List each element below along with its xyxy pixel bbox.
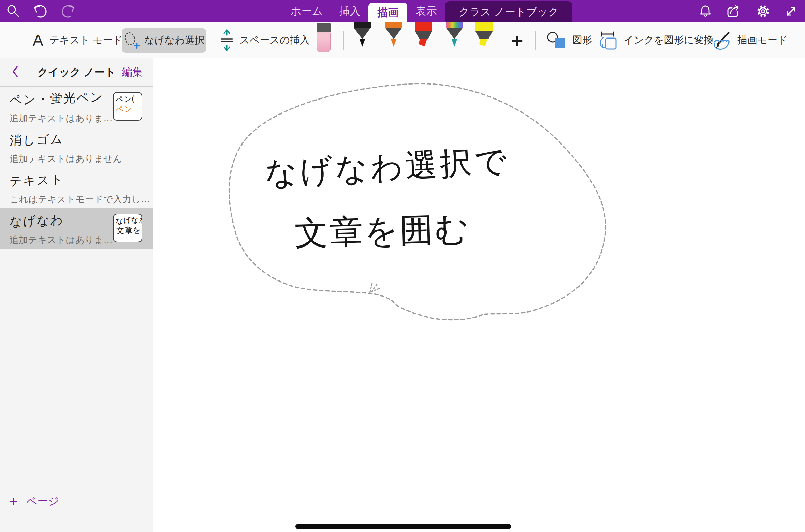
toolbar-divider — [535, 31, 536, 50]
settings-button[interactable] — [755, 3, 771, 19]
lasso-select-button[interactable]: なげなわ選択 — [122, 28, 206, 53]
gear-icon — [755, 3, 771, 19]
search-button[interactable] — [5, 4, 20, 19]
lasso-end-squiggle — [370, 283, 379, 293]
page-item-eraser[interactable]: 消しゴム 追加テキストはありません — [0, 127, 153, 168]
lasso-select-label: なげなわ選択 — [144, 34, 205, 47]
fullscreen-button[interactable] — [784, 4, 798, 18]
tab-class-notebook[interactable]: クラス ノートブック — [445, 1, 572, 22]
ink-to-shape-label: インクを図形に変換 — [624, 33, 714, 47]
page-list: ペン・蛍光ペン 追加テキストはありま… ペン( ペン 消しゴム 追加テキストはあ… — [0, 87, 153, 249]
shapes-button[interactable]: 図形 — [546, 22, 592, 58]
insert-space-label: スペースの挿入 — [239, 33, 310, 47]
draw-mode-label: 描画モード — [737, 33, 787, 47]
yellow-highlighter-tool[interactable] — [475, 22, 493, 46]
topbar-left-icons — [5, 0, 78, 22]
page-title-ink: テキスト — [9, 171, 64, 190]
lasso-icon — [123, 31, 140, 50]
page-thumbnail: ペン( ペン — [113, 92, 142, 121]
tab-home[interactable]: ホーム — [282, 0, 331, 22]
ink-to-shape-button[interactable]: インクを図形に変換 — [598, 22, 714, 58]
redo-icon — [59, 3, 78, 19]
onenote-app-window: ホーム 挿入 描画 表示 クラス ノートブック — [0, 0, 805, 532]
shapes-icon — [546, 30, 566, 50]
page-thumbnail: なげなわ 文章を — [113, 214, 142, 242]
tab-insert[interactable]: 挿入 — [331, 0, 368, 22]
draw-mode-hand-pen-icon — [712, 30, 731, 50]
tab-view[interactable]: 表示 — [407, 0, 445, 22]
black-pen-tool[interactable] — [354, 22, 371, 46]
add-page-label: ページ — [26, 494, 59, 508]
toolbar-divider — [306, 31, 306, 50]
ribbon-tabs: ホーム 挿入 描画 表示 クラス ノートブック — [282, 0, 572, 22]
home-indicator[interactable] — [295, 524, 511, 529]
top-app-bar: ホーム 挿入 描画 表示 クラス ノートブック — [0, 0, 805, 22]
draw-mode-button[interactable]: 描画モード — [712, 22, 787, 58]
page-subtitle: これはテキストモードで入力し… — [10, 193, 153, 206]
insert-space-button[interactable]: スペースの挿入 — [220, 22, 310, 58]
redo-button[interactable] — [59, 3, 78, 19]
sidebar-header: クイック ノート 編集 — [0, 58, 153, 87]
insert-space-icon — [220, 29, 233, 51]
eraser-cap — [317, 23, 331, 32]
text-mode-icon: A — [33, 31, 43, 49]
rainbow-pen-tool[interactable] — [446, 22, 463, 46]
bell-icon — [698, 4, 713, 19]
lasso-selection-outline — [229, 83, 606, 320]
share-button[interactable] — [726, 4, 742, 19]
text-mode-button[interactable]: A テキスト モード — [33, 22, 123, 58]
share-icon — [726, 4, 742, 19]
eraser-tool[interactable] — [317, 22, 331, 52]
eraser-body — [317, 32, 331, 52]
plus-icon: + — [9, 493, 18, 509]
add-page-button[interactable]: + ページ — [9, 493, 59, 509]
page-list-sidebar: クイック ノート 編集 ペン・蛍光ペン 追加テキストはありま… ペン( ペン 消… — [0, 58, 153, 532]
handwritten-ink-line2: 文章を囲む — [294, 210, 470, 252]
text-mode-label: テキスト モード — [49, 33, 123, 47]
topbar-right-icons — [698, 0, 798, 22]
draw-ribbon: A テキスト モード なげなわ選択 スペースの挿入 — [0, 22, 805, 58]
shapes-label: 図形 — [572, 33, 592, 47]
ink-to-shape-icon — [598, 29, 617, 51]
page-title-ink: なげなわ — [9, 212, 64, 230]
orange-pen-tool[interactable] — [385, 22, 402, 46]
toolbar-divider — [343, 31, 344, 50]
edit-button[interactable]: 編集 — [122, 58, 143, 87]
search-icon — [5, 4, 20, 19]
sidebar-footer: + ページ — [0, 486, 153, 532]
page-item-text[interactable]: テキスト これはテキストモードで入力し… — [0, 168, 153, 208]
expand-icon — [784, 4, 798, 18]
page-title-ink: ペン・蛍光ペン — [9, 89, 104, 109]
notifications-button[interactable] — [698, 4, 713, 19]
page-item-pen-highlighter[interactable]: ペン・蛍光ペン 追加テキストはありま… ペン( ペン — [0, 87, 153, 127]
ink-layer: なげなわ選択で 文章を囲む — [153, 58, 805, 532]
page-subtitle: 追加テキストはありません — [10, 153, 153, 165]
page-title-ink: 消しゴム — [9, 131, 64, 149]
handwritten-ink-line1: なげなわ選択で — [264, 143, 510, 191]
tab-draw[interactable]: 描画 — [368, 3, 407, 22]
drawing-canvas[interactable]: なげなわ選択で 文章を囲む — [153, 58, 805, 532]
undo-icon — [31, 3, 49, 19]
red-highlighter-tool[interactable] — [415, 22, 432, 46]
page-item-lasso[interactable]: なげなわ 追加テキストはありま… なげなわ 文章を — [0, 208, 153, 249]
undo-button[interactable] — [31, 3, 49, 19]
add-pen-button[interactable]: + — [507, 22, 527, 58]
